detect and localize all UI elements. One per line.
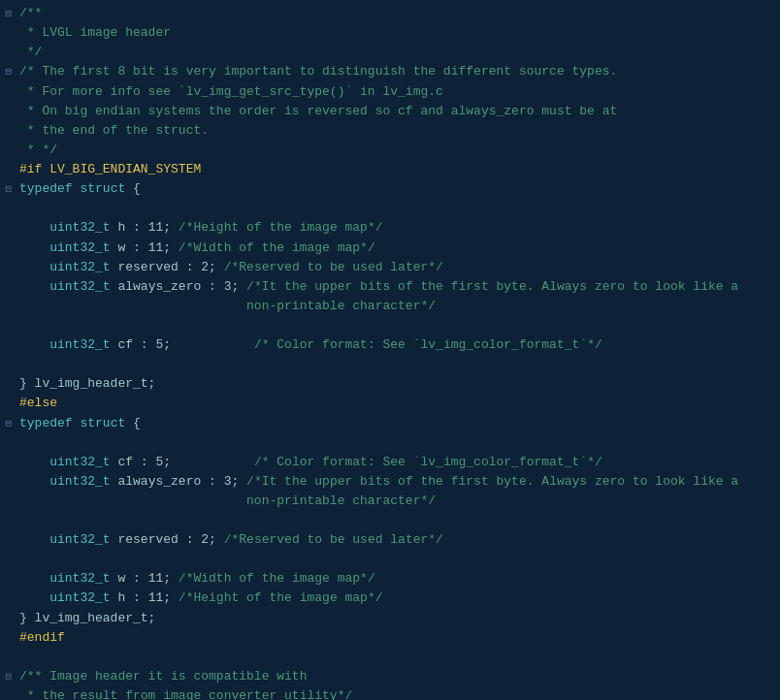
line-content: * the result from image converter utilit… bbox=[14, 686, 780, 700]
line-gutter[interactable]: ⊟ bbox=[0, 62, 14, 81]
line-content: #endif bbox=[14, 628, 780, 648]
code-line: uint32_t reserved : 2; /*Reserved to be … bbox=[0, 530, 780, 550]
line-content: uint32_t w : 11; /*Width of the image ma… bbox=[14, 239, 780, 258]
fold-icon[interactable]: ⊟ bbox=[5, 414, 12, 433]
line-content: typedef struct { bbox=[14, 179, 780, 199]
line-content: * On big endian systems the order is rev… bbox=[14, 102, 780, 121]
line-content: } lv_img_header_t; bbox=[14, 609, 780, 628]
fold-icon[interactable]: ⊟ bbox=[5, 62, 12, 81]
line-gutter[interactable]: ⊟ bbox=[0, 414, 14, 433]
line-gutter[interactable]: ⊟ bbox=[0, 667, 14, 686]
code-line: non-printable character*/ bbox=[0, 492, 780, 511]
line-gutter[interactable]: ⊟ bbox=[0, 4, 14, 23]
code-line: uint32_t w : 11; /*Width of the image ma… bbox=[0, 569, 780, 589]
code-line bbox=[0, 433, 780, 453]
line-content: uint32_t reserved : 2; /*Reserved to be … bbox=[14, 530, 780, 550]
line-content: * For more info see `lv_img_get_src_type… bbox=[14, 82, 780, 102]
line-content: non-printable character*/ bbox=[14, 492, 780, 511]
line-content: uint32_t h : 11; /*Height of the image m… bbox=[14, 589, 780, 608]
line-content: non-printable character*/ bbox=[14, 297, 780, 316]
code-line: uint32_t reserved : 2; /*Reserved to be … bbox=[0, 258, 780, 277]
code-line bbox=[0, 511, 780, 530]
line-content: /** bbox=[14, 4, 780, 23]
code-line bbox=[0, 316, 780, 335]
line-content: /** Image header it is compatible with bbox=[14, 667, 780, 686]
line-content: uint32_t cf : 5; /* Color format: See `l… bbox=[14, 453, 780, 472]
code-line: uint32_t h : 11; /*Height of the image m… bbox=[0, 218, 780, 238]
line-content: uint32_t always_zero : 3; /*It the upper… bbox=[14, 277, 780, 297]
code-line bbox=[0, 550, 780, 569]
code-line: * For more info see `lv_img_get_src_type… bbox=[0, 82, 780, 102]
code-line bbox=[0, 199, 780, 218]
line-content: #if LV_BIG_ENDIAN_SYSTEM bbox=[14, 160, 780, 179]
code-line: ⊟/** Image header it is compatible with bbox=[0, 667, 780, 686]
code-line bbox=[0, 355, 780, 374]
code-line: uint32_t cf : 5; /* Color format: See `l… bbox=[0, 335, 780, 355]
code-line: uint32_t always_zero : 3; /*It the upper… bbox=[0, 277, 780, 297]
code-line: #else bbox=[0, 394, 780, 413]
line-content: * LVGL image header bbox=[14, 23, 780, 43]
code-line: * the end of the struct. bbox=[0, 121, 780, 141]
code-line: #endif bbox=[0, 628, 780, 648]
line-content: /* The first 8 bit is very important to … bbox=[14, 62, 780, 81]
line-content: * the end of the struct. bbox=[14, 121, 780, 141]
code-line: */ bbox=[0, 43, 780, 62]
code-line: ⊟typedef struct { bbox=[0, 179, 780, 199]
line-content: uint32_t always_zero : 3; /*It the upper… bbox=[14, 472, 780, 492]
code-editor: ⊟/** * LVGL image header */⊟/* The first… bbox=[0, 0, 780, 700]
line-content: uint32_t w : 11; /*Width of the image ma… bbox=[14, 569, 780, 589]
code-line: ⊟/** bbox=[0, 4, 780, 23]
code-line: uint32_t always_zero : 3; /*It the upper… bbox=[0, 472, 780, 492]
code-line: uint32_t h : 11; /*Height of the image m… bbox=[0, 589, 780, 608]
line-content: uint32_t cf : 5; /* Color format: See `l… bbox=[14, 335, 780, 355]
line-content: uint32_t h : 11; /*Height of the image m… bbox=[14, 218, 780, 238]
code-line: uint32_t w : 11; /*Width of the image ma… bbox=[0, 239, 780, 258]
line-gutter[interactable]: ⊟ bbox=[0, 179, 14, 199]
code-line bbox=[0, 648, 780, 667]
code-line: non-printable character*/ bbox=[0, 297, 780, 316]
code-line: } lv_img_header_t; bbox=[0, 374, 780, 394]
code-line: #if LV_BIG_ENDIAN_SYSTEM bbox=[0, 160, 780, 179]
code-line: uint32_t cf : 5; /* Color format: See `l… bbox=[0, 453, 780, 472]
code-line: ⊟/* The first 8 bit is very important to… bbox=[0, 62, 780, 81]
code-line: ⊟typedef struct { bbox=[0, 414, 780, 433]
code-line: * */ bbox=[0, 141, 780, 160]
fold-icon[interactable]: ⊟ bbox=[5, 4, 12, 23]
line-content: typedef struct { bbox=[14, 414, 780, 433]
fold-icon[interactable]: ⊟ bbox=[5, 667, 12, 686]
code-lines: ⊟/** * LVGL image header */⊟/* The first… bbox=[0, 4, 780, 700]
line-content: } lv_img_header_t; bbox=[14, 374, 780, 394]
code-line: } lv_img_header_t; bbox=[0, 609, 780, 628]
line-content: #else bbox=[14, 394, 780, 413]
line-content: uint32_t reserved : 2; /*Reserved to be … bbox=[14, 258, 780, 277]
fold-icon[interactable]: ⊟ bbox=[5, 179, 12, 199]
code-line: * the result from image converter utilit… bbox=[0, 686, 780, 700]
code-line: * LVGL image header bbox=[0, 23, 780, 43]
line-content: * */ bbox=[14, 141, 780, 160]
code-line: * On big endian systems the order is rev… bbox=[0, 102, 780, 121]
line-content: */ bbox=[14, 43, 780, 62]
